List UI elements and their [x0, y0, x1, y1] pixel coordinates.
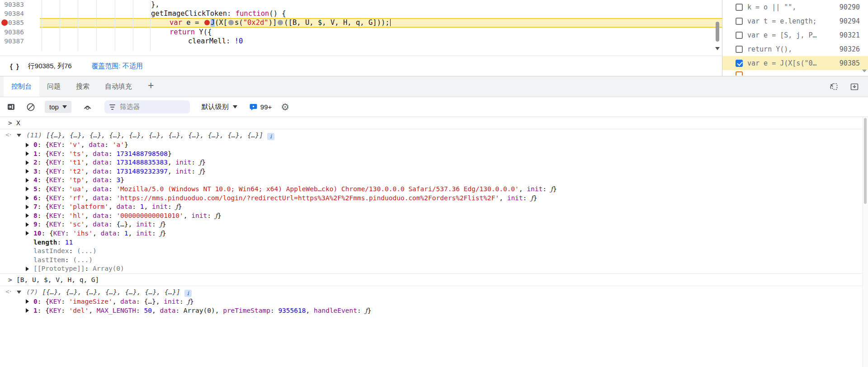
editor-scroll-down-icon[interactable]: [715, 47, 720, 50]
code-token: :: [69, 247, 77, 254]
context-selector[interactable]: top: [45, 101, 71, 113]
expander-closed-icon[interactable]: [26, 169, 29, 174]
expander-closed-icon[interactable]: [26, 143, 29, 147]
code-token: KEY: [53, 230, 65, 237]
code-token: : {: [41, 230, 53, 237]
breakpoint-checkbox[interactable]: [736, 32, 743, 39]
expand-drawer-icon[interactable]: [849, 81, 860, 92]
expander-closed-icon[interactable]: [26, 231, 29, 235]
breakpoint-entry[interactable]: [722, 70, 868, 75]
code-line[interactable]: 90386return Y({: [0, 28, 722, 37]
expander-closed-icon[interactable]: [26, 178, 29, 183]
expander-closed-icon[interactable]: [26, 151, 29, 156]
console-property-row: 8: {KEY: 'hl', data: '000000000001010', …: [0, 212, 868, 221]
expander-open-icon[interactable]: [17, 134, 21, 137]
console-scrollbar-thumb[interactable]: [864, 118, 867, 204]
expander-closed-icon[interactable]: [26, 222, 29, 227]
drawer-tab-item[interactable]: 自动填充: [97, 76, 140, 97]
breakpoint-checkbox[interactable]: [736, 60, 743, 67]
console-result-row: <·(7)[{…}, {…}, {…}, {…}, {…}, {…}, {…}]…: [0, 286, 868, 297]
line-number[interactable]: 90387: [0, 38, 40, 45]
console-scrollbar[interactable]: [863, 117, 868, 367]
inline-breakpoint-dot[interactable]: [204, 20, 210, 25]
code-token: '000000000001010': [116, 212, 183, 219]
expander-closed-icon[interactable]: [26, 299, 29, 304]
pretty-print-icon[interactable]: { }: [6, 61, 24, 71]
code-token: 'ts': [69, 150, 85, 157]
code-token: data: [160, 307, 175, 314]
code-token: ,: [85, 212, 93, 219]
breakpoints-scroll-down-icon[interactable]: [862, 70, 867, 72]
code-token: lastIndex: [33, 247, 69, 254]
expander-closed-icon[interactable]: [26, 308, 29, 313]
code-line[interactable]: 90383},: [0, 0, 722, 9]
expander-closed-icon[interactable]: [26, 187, 29, 191]
code-token: KEY: [49, 203, 61, 210]
info-badge-icon[interactable]: i: [267, 133, 274, 140]
code-token: KEY: [49, 185, 61, 193]
code-token: :: [108, 150, 116, 157]
code-token: preTimeStamp: [223, 307, 270, 314]
expander-closed-icon[interactable]: [26, 160, 29, 165]
expander-closed-icon[interactable]: [26, 196, 29, 200]
line-number[interactable]: 90384: [0, 10, 40, 17]
info-badge-icon[interactable]: i: [184, 290, 192, 297]
code-line[interactable]: 90387clearMell: !0: [0, 37, 722, 46]
expander-closed-icon[interactable]: [26, 205, 29, 209]
code-token: ([B, U, $, V, H, q, G]));: [284, 19, 389, 27]
breakpoint-entry[interactable]: var e = J(X[s("0…90385: [722, 56, 868, 70]
expander-closed-icon[interactable]: [26, 213, 29, 218]
line-number[interactable]: 90383: [0, 1, 40, 8]
expander-open-icon[interactable]: [17, 291, 21, 294]
code-line[interactable]: 90385var e = J(X[s("0x2d")]([B, U, $, V,…: [0, 18, 722, 27]
breakpoint-checkbox[interactable]: [736, 4, 743, 11]
console-property-row: 9: {KEY: 'sc', data: {…}, init: ƒ}: [0, 220, 868, 229]
code-token: }: [202, 168, 206, 175]
clear-console-icon[interactable]: [26, 102, 36, 112]
code-token: KEY: [49, 150, 61, 157]
code-token: :: [61, 185, 69, 193]
coverage-link[interactable]: 覆盖范围: 不适用: [92, 62, 143, 71]
code-token: }: [202, 159, 206, 166]
drawer-tab-item[interactable]: 问题: [39, 76, 68, 97]
console-rows: >X<·(11)[{…}, {…}, {…}, {…}, {…}, {…}, {…: [0, 117, 868, 315]
breakpoint-entry[interactable]: k = o || "",90290: [722, 0, 868, 14]
code-token: 7: [33, 203, 38, 210]
code-token: :: [104, 141, 112, 148]
breakpoint-entry[interactable]: var t = e.length;90294: [722, 14, 868, 28]
editor-scrollbar[interactable]: [715, 0, 721, 56]
drawer-tab-console-active[interactable]: 控制台: [4, 76, 39, 97]
drawer-tab-item[interactable]: 搜索: [68, 76, 97, 97]
code-token: ,: [108, 203, 116, 210]
code-token: 9355618: [278, 307, 306, 314]
breakpoint-checkbox[interactable]: [736, 71, 743, 75]
breakpoint-entry[interactable]: return Y(),90326: [722, 42, 868, 56]
console-toolbar: top 筛选器 默认级别: [0, 97, 868, 117]
console-filter-input[interactable]: 筛选器: [104, 100, 190, 113]
line-number[interactable]: 90386: [0, 28, 40, 36]
breakpoint-checkbox[interactable]: [736, 18, 743, 25]
code-token: KEY: [49, 176, 61, 184]
breakpoint-checkbox[interactable]: [736, 46, 743, 53]
code-token: ,: [85, 176, 93, 184]
expander-closed-icon[interactable]: [26, 267, 29, 271]
code-token: ,: [215, 307, 223, 314]
code-token: :: [61, 168, 69, 175]
inline-marker-dot[interactable]: [278, 20, 283, 25]
breakpoint-entry[interactable]: var e = [S, j, P…90321: [722, 28, 868, 42]
code-token: KEY: [49, 194, 61, 202]
log-level-dropdown[interactable]: 默认级别: [202, 103, 237, 111]
editor-scrollbar-thumb[interactable]: [716, 22, 719, 42]
code-line[interactable]: 90384getImageClickToken: function() {: [0, 9, 722, 18]
dock-preview-icon[interactable]: [828, 81, 839, 92]
console-settings-gear-icon[interactable]: ⚙: [281, 102, 289, 112]
add-tab-button[interactable]: +: [145, 80, 156, 93]
live-expression-eye-icon[interactable]: [82, 102, 93, 112]
messages-indicator[interactable]: 99+: [249, 103, 272, 111]
inline-marker-dot[interactable]: [228, 20, 234, 25]
console-sidebar-toggle-icon[interactable]: [6, 102, 16, 112]
breakpoint-line-number: 90321: [840, 31, 860, 39]
code-token: s(: [235, 19, 243, 27]
code-text: clearMell: !0: [40, 37, 722, 46]
source-editor[interactable]: 90383},90384getImageClickToken: function…: [0, 0, 722, 56]
